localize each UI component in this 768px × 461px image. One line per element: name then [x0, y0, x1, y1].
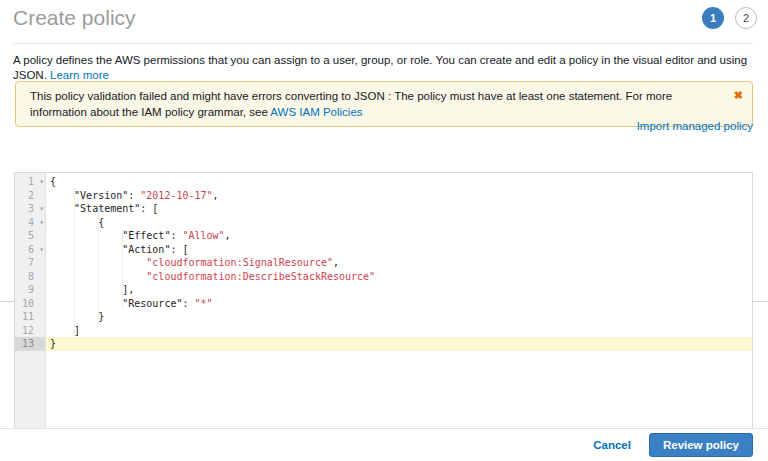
code-line[interactable]: "cloudformation:DescribeStackResource": [46, 270, 752, 284]
code-line[interactable]: }: [46, 337, 752, 351]
gutter-line-number: 3▾: [15, 202, 45, 216]
code-line[interactable]: "Version": "2012-10-17",: [46, 189, 752, 203]
gutter-line-number: 10: [15, 297, 45, 311]
code-line[interactable]: "Action": [: [46, 243, 752, 257]
learn-more-link[interactable]: Learn more: [50, 69, 109, 81]
code-line[interactable]: {: [46, 216, 752, 230]
gutter-line-number: 13: [15, 337, 45, 351]
page-title: Create policy: [13, 6, 136, 30]
header-divider: [13, 43, 753, 44]
json-policy-editor[interactable]: 1▾23▾4▾56▾78910111213 { "Version": "2012…: [14, 172, 753, 428]
step-1-badge: 1: [702, 7, 724, 29]
gutter-line-number: 9: [15, 283, 45, 297]
gutter-line-number: 5: [15, 229, 45, 243]
step-2-badge: 2: [735, 7, 757, 29]
editor-gutter: 1▾23▾4▾56▾78910111213: [15, 173, 46, 428]
aws-iam-policies-link[interactable]: AWS IAM Policies: [270, 106, 362, 118]
intro-description: A policy defines the AWS permissions tha…: [13, 54, 747, 81]
code-line[interactable]: ],: [46, 283, 752, 297]
gutter-line-number: 4▾: [15, 216, 45, 230]
create-policy-page: Create policy 1 2 A policy defines the A…: [0, 0, 768, 461]
fold-arrow-icon[interactable]: ▾: [39, 216, 44, 230]
review-policy-button[interactable]: Review policy: [649, 433, 753, 457]
fold-arrow-icon[interactable]: ▾: [39, 243, 44, 257]
code-line[interactable]: "Statement": [: [46, 202, 752, 216]
code-line[interactable]: }: [46, 310, 752, 324]
fold-arrow-icon[interactable]: ▾: [39, 202, 44, 216]
gutter-line-number: 6▾: [15, 243, 45, 257]
step-indicator: 1 2: [702, 7, 757, 29]
code-line[interactable]: "cloudformation:SignalResource",: [46, 256, 752, 270]
cancel-button[interactable]: Cancel: [593, 439, 631, 451]
intro-text: A policy defines the AWS permissions tha…: [13, 53, 753, 83]
gutter-line-number: 7: [15, 256, 45, 270]
code-line[interactable]: ]: [46, 324, 752, 338]
editor-code[interactable]: { "Version": "2012-10-17", "Statement": …: [46, 173, 752, 428]
code-line[interactable]: "Effect": "Allow",: [46, 229, 752, 243]
gutter-line-number: 1▾: [15, 175, 45, 189]
code-line[interactable]: "Resource": "*": [46, 297, 752, 311]
close-icon[interactable]: ✖: [734, 87, 743, 103]
gutter-line-number: 11: [15, 310, 45, 324]
gutter-line-number: 2: [15, 189, 45, 203]
gutter-line-number: 8: [15, 270, 45, 284]
fold-arrow-icon[interactable]: ▾: [39, 175, 44, 189]
code-line[interactable]: {: [46, 175, 752, 189]
gutter-line-number: 12: [15, 324, 45, 338]
import-managed-policy-link[interactable]: Import managed policy: [637, 120, 753, 132]
footer-bar: Cancel Review policy: [0, 428, 768, 461]
